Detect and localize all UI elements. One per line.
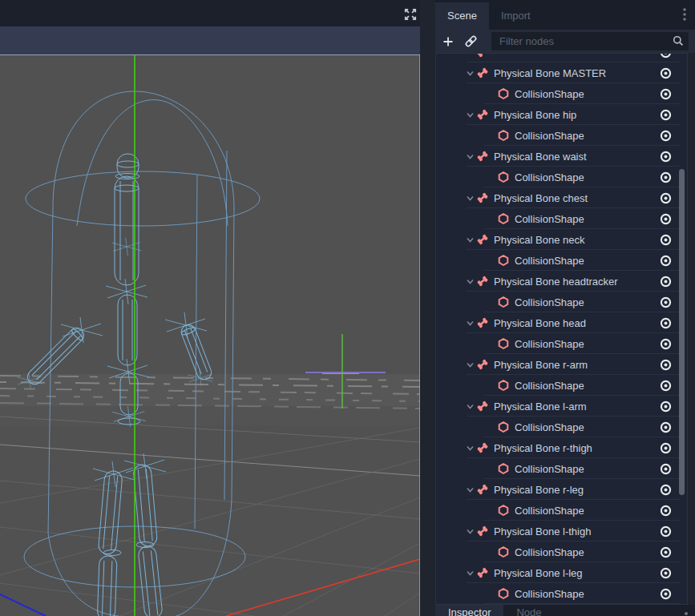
node-label: CollisionShape	[515, 338, 659, 350]
visibility-toggle[interactable]	[659, 462, 673, 476]
visibility-toggle[interactable]	[659, 546, 673, 559]
tree-row[interactable]: CollisionShape	[436, 583, 687, 604]
node-label: Physical Bone hip	[494, 109, 659, 121]
node-label: Physical Bone MASTER	[494, 67, 659, 79]
tree-row[interactable]: Physical Bone headtracker	[436, 271, 687, 292]
tree-row[interactable]: CollisionShape	[436, 500, 687, 521]
physical-bone-icon	[476, 150, 489, 163]
node-label: CollisionShape	[515, 421, 659, 433]
collision-shape-icon	[497, 171, 510, 183]
collapse-chevron-icon[interactable]	[465, 401, 475, 412]
godot-editor: Scene Import	[0, 0, 695, 616]
visibility-toggle[interactable]	[659, 441, 673, 455]
collapse-chevron-icon[interactable]	[465, 193, 475, 203]
tree-row[interactable]: CollisionShape	[436, 208, 687, 229]
tree-row[interactable]: Physical Bone l-leg	[436, 562, 687, 583]
node-label: CollisionShape	[515, 213, 659, 225]
collapse-chevron-icon[interactable]	[465, 110, 475, 120]
tree-row[interactable]: Physical Bone l-arm	[436, 396, 687, 417]
collapse-chevron-icon[interactable]	[465, 568, 475, 578]
tree-row[interactable]: CollisionShape	[436, 83, 687, 104]
collapse-chevron-icon[interactable]	[465, 485, 475, 495]
tree-row[interactable]: Physical Bone hip	[436, 104, 687, 125]
visibility-toggle[interactable]	[659, 171, 673, 184]
visibility-toggle[interactable]	[659, 254, 673, 268]
tab-inspector[interactable]: Inspector	[435, 605, 503, 616]
visibility-toggle[interactable]	[659, 421, 673, 434]
node-label: Physical Bone r-arm	[494, 359, 659, 371]
instance-scene-button[interactable]	[461, 32, 480, 51]
tree-row[interactable]: CollisionShape	[436, 458, 687, 479]
collision-shape-icon	[497, 212, 510, 225]
visibility-toggle[interactable]	[659, 400, 673, 413]
collapse-chevron-icon[interactable]	[465, 318, 475, 328]
bottom-dock-menu-icon[interactable]	[685, 612, 688, 615]
visibility-toggle[interactable]	[659, 108, 673, 122]
bottom-dock-tabs: Inspector Node	[435, 605, 695, 616]
node-label: CollisionShape	[515, 588, 659, 600]
tree-row[interactable]: Physical Bone l-thigh	[436, 521, 687, 542]
tree-row[interactable]: Physical Bone r-leg	[436, 479, 687, 500]
node-label: CollisionShape	[515, 171, 659, 183]
viewport-3d[interactable]	[0, 54, 420, 616]
visibility-toggle[interactable]	[659, 337, 673, 351]
tree-row[interactable]: CollisionShape	[436, 250, 687, 271]
visibility-toggle[interactable]	[659, 191, 673, 205]
collapse-chevron-icon[interactable]	[465, 235, 475, 245]
visibility-toggle[interactable]	[659, 316, 673, 330]
tree-row[interactable]: Physical Bone MASTER	[436, 62, 687, 83]
tree-row[interactable]	[436, 53, 687, 62]
collapse-chevron-icon[interactable]	[465, 360, 475, 370]
add-node-button[interactable]	[438, 32, 458, 51]
collapse-chevron-icon[interactable]	[465, 151, 475, 162]
filter-nodes-input[interactable]	[491, 32, 689, 50]
visibility-toggle[interactable]	[659, 566, 673, 580]
tab-node[interactable]: Node	[503, 605, 554, 616]
collapse-chevron-icon[interactable]	[465, 68, 475, 79]
physical-bone-icon	[476, 525, 489, 537]
visibility-toggle[interactable]	[659, 587, 673, 601]
visibility-toggle[interactable]	[659, 233, 673, 247]
collapse-chevron-icon[interactable]	[465, 276, 475, 287]
visibility-toggle[interactable]	[659, 504, 673, 517]
tree-row[interactable]: CollisionShape	[436, 167, 687, 187]
collapse-chevron-icon[interactable]	[465, 443, 475, 453]
viewport-column	[0, 0, 420, 616]
tree-row[interactable]: CollisionShape	[436, 125, 687, 146]
node-label: CollisionShape	[515, 505, 659, 517]
visibility-toggle[interactable]	[659, 129, 673, 143]
tab-import[interactable]: Import	[489, 2, 543, 30]
tree-row[interactable]: CollisionShape	[436, 542, 687, 562]
collision-shape-icon	[497, 379, 510, 392]
visibility-toggle[interactable]	[659, 212, 673, 226]
visibility-toggle[interactable]	[659, 275, 673, 288]
visibility-toggle[interactable]	[659, 150, 673, 163]
physical-bone-icon	[476, 191, 489, 204]
visibility-toggle[interactable]	[659, 358, 673, 372]
tree-row[interactable]: Physical Bone chest	[436, 187, 687, 208]
visibility-toggle[interactable]	[659, 483, 673, 497]
tree-row[interactable]: CollisionShape	[436, 333, 687, 354]
tab-scene[interactable]: Scene	[435, 2, 489, 30]
dock-menu-button[interactable]	[679, 7, 690, 23]
expand-viewport-button[interactable]	[403, 7, 418, 22]
visibility-toggle[interactable]	[659, 66, 673, 80]
dock-separator[interactable]	[420, 26, 435, 616]
tree-row[interactable]: Physical Bone r-thigh	[436, 437, 687, 458]
tree-row[interactable]: CollisionShape	[436, 375, 687, 396]
visibility-toggle[interactable]	[659, 87, 673, 101]
visibility-toggle[interactable]	[659, 296, 673, 309]
tree-row[interactable]: Physical Bone waist	[436, 146, 687, 167]
tree-scrollbar[interactable]	[679, 169, 685, 495]
visibility-toggle[interactable]	[659, 53, 673, 59]
physical-bone-icon	[476, 275, 489, 288]
tree-row[interactable]: Physical Bone neck	[436, 229, 687, 250]
tree-row[interactable]: Physical Bone r-arm	[436, 354, 687, 375]
tree-row[interactable]: Physical Bone head	[436, 312, 687, 333]
tree-row[interactable]: CollisionShape	[436, 292, 687, 312]
tree-row[interactable]: CollisionShape	[436, 417, 687, 437]
node-label: Physical Bone chest	[494, 192, 659, 204]
visibility-toggle[interactable]	[659, 379, 673, 393]
collapse-chevron-icon[interactable]	[465, 526, 475, 537]
visibility-toggle[interactable]	[659, 525, 673, 538]
